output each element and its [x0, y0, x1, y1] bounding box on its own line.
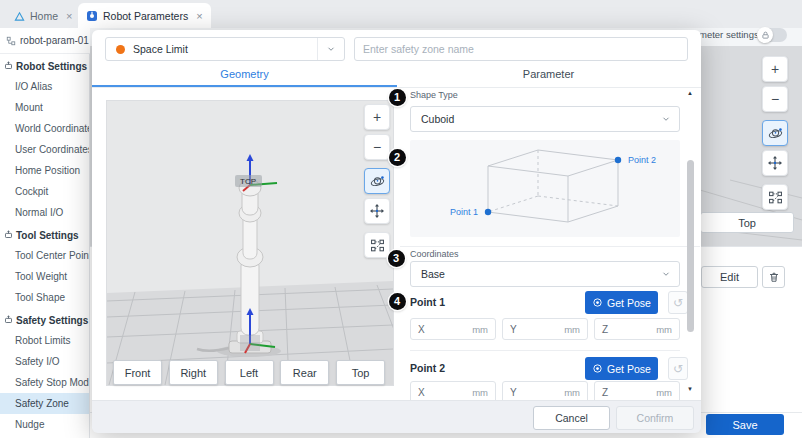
- measure-tool-button[interactable]: [762, 184, 788, 210]
- point2-title: Point 2: [410, 362, 445, 374]
- view-top-button[interactable]: Top: [336, 360, 385, 385]
- point1-x-input[interactable]: [425, 324, 473, 335]
- point2-get-pose-label: Get Pose: [607, 363, 651, 375]
- file-tab-label: robot-param-01: [20, 35, 89, 46]
- sidebar-item-home-position[interactable]: Home Position: [0, 160, 89, 181]
- axis-label: Z: [595, 324, 608, 335]
- edit-button[interactable]: Edit: [701, 266, 758, 288]
- view-front-button[interactable]: Front: [113, 360, 162, 385]
- axis-label: X: [411, 324, 425, 335]
- axis-label: Y: [503, 387, 517, 398]
- orbit-tool-button[interactable]: [364, 168, 390, 194]
- shape-type-select[interactable]: Cuboid: [410, 106, 680, 132]
- minus-tool-button[interactable]: −: [364, 134, 390, 160]
- coordinates-select[interactable]: Base: [410, 261, 680, 287]
- sidebar-item-safety-zone[interactable]: Safety Zone: [0, 393, 89, 414]
- orbit-icon: [767, 125, 784, 142]
- plus-tool-button[interactable]: +: [364, 104, 390, 130]
- pan-tool-button[interactable]: [364, 198, 390, 224]
- unit-label: mm: [564, 324, 587, 335]
- sidebar-item-nudge[interactable]: Nudge: [0, 414, 89, 435]
- file-icon: [6, 36, 16, 46]
- point1-title: Point 1: [410, 296, 445, 308]
- tab-robot-parameters-label: Robot Parameters: [103, 10, 188, 22]
- tab-home[interactable]: Home ×: [6, 4, 80, 28]
- file-tab[interactable]: robot-param-01: [0, 28, 90, 54]
- sidebar-item-safety-i-o[interactable]: Safety I/O: [0, 351, 89, 372]
- point2-reset-button[interactable]: ↺: [668, 357, 688, 380]
- scroll-up-icon[interactable]: ▲: [685, 90, 695, 96]
- robot-section-icon: [4, 61, 13, 72]
- sidebar-item-robot-limits[interactable]: Robot Limits: [0, 330, 89, 351]
- minus-icon: −: [373, 139, 381, 155]
- annotation-badge-4: 4: [389, 293, 406, 310]
- sidebar-section-tool-settings: Tool Settings: [0, 223, 89, 245]
- home-icon: [14, 11, 25, 22]
- delete-zone-button[interactable]: [762, 266, 785, 288]
- tab-robot-parameters[interactable]: Robot Parameters ×: [78, 3, 211, 28]
- point2-z-input[interactable]: [608, 387, 656, 398]
- measure-icon: [768, 190, 783, 205]
- point2-x-input[interactable]: [425, 387, 473, 398]
- save-button[interactable]: Save: [706, 414, 784, 435]
- modal-3d-viewport[interactable]: TCP: [106, 100, 394, 386]
- plus-icon: +: [373, 109, 381, 125]
- tab-parameter[interactable]: Parameter: [396, 61, 701, 87]
- point1-reset-button[interactable]: ↺: [668, 291, 688, 314]
- zone-type-select[interactable]: Space Limit: [105, 37, 345, 61]
- sidebar-item-world-coordinates[interactable]: World Coordinates: [0, 118, 89, 139]
- sidebar-item-cockpit[interactable]: Cockpit: [0, 181, 89, 202]
- plus-tool-button[interactable]: +: [762, 56, 788, 82]
- tab-home-close-icon[interactable]: ×: [66, 10, 72, 22]
- robot-3d-render: TCP: [107, 101, 393, 385]
- trash-icon: [768, 271, 780, 283]
- shape-type-label: Shape Type: [410, 90, 458, 100]
- sidebar-item-tool-center-point[interactable]: Tool Center Point: [0, 245, 89, 266]
- sidebar-item-normal-i-o[interactable]: Normal I/O: [0, 202, 89, 223]
- sidebar-item-mount[interactable]: Mount: [0, 97, 89, 118]
- unit-label: mm: [472, 387, 495, 398]
- undo-icon: ↺: [673, 296, 683, 310]
- target-icon: [592, 363, 603, 374]
- panel-divider: [400, 246, 700, 247]
- point2-y-input[interactable]: [517, 387, 565, 398]
- view-right-button[interactable]: Right: [169, 360, 218, 385]
- view-top-button-underlying[interactable]: Top: [700, 212, 794, 233]
- point1-z-field[interactable]: Zmm: [594, 318, 680, 340]
- cancel-button[interactable]: Cancel: [533, 406, 610, 430]
- scroll-down-icon[interactable]: ▼: [685, 386, 695, 392]
- minus-tool-button[interactable]: −: [762, 86, 788, 112]
- zone-name-input[interactable]: [354, 37, 688, 61]
- sidebar-item-tool-shape[interactable]: Tool Shape: [0, 287, 89, 308]
- settings-lock-toggle[interactable]: [757, 28, 787, 42]
- axis-label: Y: [503, 324, 517, 335]
- sidebar-item-tool-weight[interactable]: Tool Weight: [0, 266, 89, 287]
- panel-scrollbar-thumb[interactable]: [687, 160, 694, 332]
- point1-y-input[interactable]: [517, 324, 565, 335]
- point1-axes-row: XmmYmmZmm: [410, 318, 680, 340]
- point1-get-pose-button[interactable]: Get Pose: [585, 291, 658, 314]
- robot-section-icon: [4, 315, 13, 326]
- app-window: Home × Robot Parameters × robot-param-01…: [0, 0, 802, 438]
- point1-z-input[interactable]: [608, 324, 656, 335]
- unit-label: mm: [564, 387, 587, 398]
- orbit-icon: [369, 173, 386, 190]
- coordinates-value: Base: [421, 268, 445, 280]
- pan-tool-button[interactable]: [762, 150, 788, 176]
- view-left-button[interactable]: Left: [225, 360, 274, 385]
- coordinates-label: Coordinates: [410, 249, 459, 259]
- sidebar-item-i-o-alias[interactable]: I/O Alias: [0, 76, 89, 97]
- point2-get-pose-button[interactable]: Get Pose: [585, 357, 658, 380]
- tab-robot-parameters-close-icon[interactable]: ×: [196, 10, 202, 22]
- point1-y-field[interactable]: Ymm: [502, 318, 588, 340]
- annotation-badge-2: 2: [389, 149, 406, 166]
- point1-x-field[interactable]: Xmm: [410, 318, 496, 340]
- sidebar-item-safety-stop-modes[interactable]: Safety Stop Modes: [0, 372, 89, 393]
- view-rear-button[interactable]: Rear: [280, 360, 329, 385]
- tab-geometry[interactable]: Geometry: [92, 61, 397, 87]
- sidebar-item-user-coordinates[interactable]: User Coordinates: [0, 139, 89, 160]
- measure-tool-button[interactable]: [364, 232, 390, 258]
- scene-toolbar: +−: [762, 56, 788, 214]
- orbit-tool-button[interactable]: [762, 120, 788, 146]
- settings-sidebar: Robot SettingsI/O AliasMountWorld Coordi…: [0, 54, 90, 438]
